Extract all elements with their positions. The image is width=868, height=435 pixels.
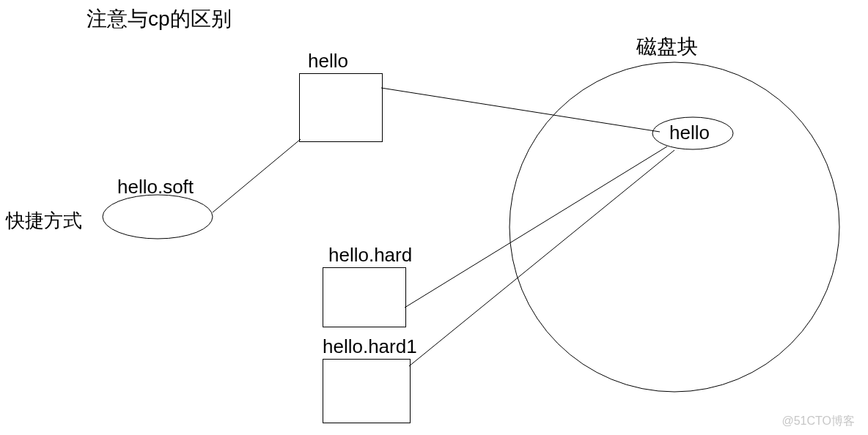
- disk-circle: [510, 62, 839, 392]
- shortcut-label: 快捷方式: [6, 211, 82, 230]
- hello-soft-label: hello.soft: [117, 177, 194, 196]
- line-hello-to-disk: [381, 88, 660, 132]
- svg-layer: [0, 0, 868, 435]
- disk-header-label: 磁盘块: [636, 37, 698, 57]
- line-hard-to-disk: [405, 146, 667, 308]
- box-hello-hard: [323, 267, 406, 327]
- hello-label: hello: [308, 51, 348, 70]
- hello-hard1-label: hello.hard1: [323, 337, 417, 356]
- line-hard1-to-disk: [409, 150, 674, 366]
- diagram-canvas: 注意与cp的区别 hello hello.soft 快捷方式 hello.har…: [0, 0, 868, 435]
- box-hello: [299, 73, 383, 142]
- soft-ellipse: [103, 195, 213, 239]
- disk-inner-hello-label: hello: [669, 123, 710, 142]
- diagram-title: 注意与cp的区别: [87, 9, 232, 29]
- line-soft-to-hello: [213, 139, 301, 212]
- watermark: @51CTO博客: [781, 414, 855, 429]
- box-hello-hard1: [323, 359, 411, 423]
- hello-hard-label: hello.hard: [328, 245, 412, 264]
